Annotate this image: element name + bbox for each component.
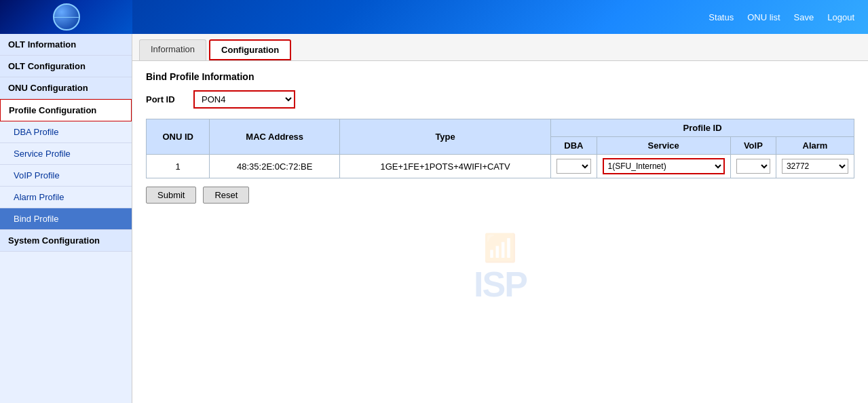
sidebar-item-alarm-profile[interactable]: Alarm Profile [0,187,132,208]
service-select[interactable]: 1(SFU_Internet) 2(SFU_IPTV) 3(SFU_VoIP) [603,158,725,174]
globe-icon [53,3,80,31]
sidebar-item-bind-profile[interactable]: Bind Profile [0,208,132,230]
content-area: Bind Profile Information Port ID PON1 PO… [132,61,868,214]
sidebar: OLT Information OLT Configuration ONU Co… [0,34,132,403]
save-link[interactable]: Save [794,12,814,22]
watermark: 📶 ISP [132,214,868,322]
cell-type: 1GE+1FE+1POTS+4WIFI+CATV [340,155,551,178]
sidebar-item-olt-configuration[interactable]: OLT Configuration [0,56,132,77]
header: Status ONU list Save Logout [0,0,868,34]
cell-onu-id: 1 [147,155,210,178]
port-id-row: Port ID PON1 PON2 PON3 PON4 PON5 PON6 PO… [146,90,854,109]
tabs-bar: Information Configuration [132,34,868,61]
sidebar-item-olt-information[interactable]: OLT Information [0,34,132,56]
sidebar-item-dba-profile[interactable]: DBA Profile [0,121,132,143]
cell-dba[interactable] [551,155,597,178]
col-header-service: Service [597,137,730,155]
logout-link[interactable]: Logout [827,12,854,22]
dba-select[interactable] [556,159,590,174]
col-header-mac: MAC Address [210,119,340,155]
section-title: Bind Profile Information [146,71,854,82]
col-header-voip: VoIP [730,137,776,155]
cell-service[interactable]: 1(SFU_Internet) 2(SFU_IPTV) 3(SFU_VoIP) [597,155,730,178]
col-header-type: Type [340,119,551,155]
cell-voip[interactable] [730,155,776,178]
cell-alarm[interactable]: 32772 32773 32774 [776,155,854,178]
col-header-profile-id: Profile ID [551,119,854,137]
col-header-dba: DBA [551,137,597,155]
sidebar-item-onu-configuration[interactable]: ONU Configuration [0,77,132,99]
table-row: 1 48:35:2E:0C:72:BE 1GE+1FE+1POTS+4WIFI+… [147,155,854,178]
layout: OLT Information OLT Configuration ONU Co… [0,34,868,403]
sidebar-item-system-configuration[interactable]: System Configuration [0,230,132,252]
status-link[interactable]: Status [709,12,734,22]
sidebar-item-voip-profile[interactable]: VoIP Profile [0,165,132,187]
port-id-select[interactable]: PON1 PON2 PON3 PON4 PON5 PON6 PON7 PON8 [193,90,295,109]
reset-button[interactable]: Reset [203,187,249,204]
sidebar-item-service-profile[interactable]: Service Profile [0,143,132,165]
logo-area [0,0,132,34]
port-id-label: Port ID [146,94,187,104]
alarm-select[interactable]: 32772 32773 32774 [782,159,848,174]
button-row: Submit Reset [146,187,854,204]
voip-select[interactable] [736,159,770,174]
bind-profile-table: ONU ID MAC Address Type Profile ID DBA S… [146,119,854,178]
cell-mac-address: 48:35:2E:0C:72:BE [210,155,340,178]
onu-list-link[interactable]: ONU list [747,12,780,22]
submit-button[interactable]: Submit [146,187,196,204]
header-nav: Status ONU list Save Logout [709,12,854,22]
col-header-onu-id: ONU ID [147,119,210,155]
col-header-alarm: Alarm [776,137,854,155]
sidebar-item-profile-configuration[interactable]: Profile Configuration [0,99,132,121]
tab-information[interactable]: Information [139,39,206,60]
tab-configuration[interactable]: Configuration [209,39,291,60]
main-content: Information Configuration Bind Profile I… [132,34,868,403]
